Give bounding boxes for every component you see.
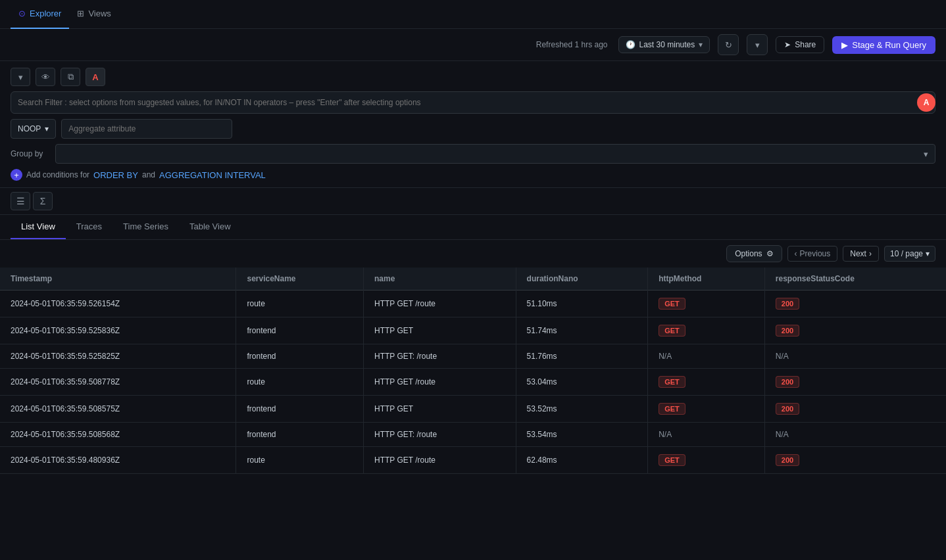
- share-icon: ➤: [784, 40, 791, 49]
- time-selector[interactable]: 🕐 Last 30 minutes ▾: [618, 36, 710, 53]
- per-page-label: 10 / page: [890, 249, 923, 258]
- group-by-chevron: ▾: [924, 149, 928, 159]
- cell-response-status: N/A: [764, 344, 946, 369]
- col-duration-nano: durationNano: [516, 268, 648, 291]
- cell-http-method: GET: [648, 291, 765, 317]
- cell-http-method: GET: [648, 369, 765, 396]
- chevron-down-icon-collapse: ▾: [18, 72, 23, 82]
- aggregate-input[interactable]: [61, 119, 232, 139]
- http-method-badge: GET: [659, 454, 685, 466]
- options-button[interactable]: Options ⚙: [726, 245, 782, 262]
- view-tabs: List View Traces Time Series Table View: [0, 215, 946, 240]
- cell-response-status: 200: [764, 369, 946, 396]
- refresh-icon: ↻: [725, 40, 732, 50]
- per-page-chevron: ▾: [926, 249, 930, 258]
- cell-http-method: GET: [648, 447, 765, 474]
- table-row[interactable]: 2024-05-01T06:35:59.525836Z frontend HTT…: [0, 317, 946, 344]
- data-table: Timestamp serviceName name durationNano …: [0, 268, 946, 474]
- cell-response-status: 200: [764, 396, 946, 423]
- group-by-select[interactable]: ▾: [55, 144, 935, 164]
- eye-button[interactable]: 👁: [36, 68, 55, 86]
- tab-time-series[interactable]: Time Series: [112, 215, 179, 239]
- filter-row: NOOP ▾: [11, 119, 935, 139]
- http-method-badge: GET: [659, 325, 685, 337]
- tab-traces[interactable]: Traces: [66, 215, 112, 239]
- http-method-badge: GET: [659, 403, 685, 415]
- cell-response-status: 200: [764, 447, 946, 474]
- bottom-toolbar: ☰ Σ: [0, 188, 946, 215]
- cell-name: HTTP GET: [363, 396, 516, 423]
- table-row[interactable]: 2024-05-01T06:35:59.480936Z route HTTP G…: [0, 447, 946, 474]
- cell-http-method: N/A: [648, 423, 765, 447]
- noop-select[interactable]: NOOP ▾: [11, 119, 56, 139]
- tab-list-view-label: List View: [21, 222, 55, 231]
- avatar-builder-button[interactable]: A: [86, 68, 105, 86]
- sigma-icon: Σ: [40, 196, 46, 206]
- table-row[interactable]: 2024-05-01T06:35:59.508778Z route HTTP G…: [0, 369, 946, 396]
- views-icon: ⊞: [77, 9, 84, 18]
- share-label: Share: [795, 40, 816, 49]
- table-row[interactable]: 2024-05-01T06:35:59.508575Z frontend HTT…: [0, 396, 946, 423]
- tab-list-view[interactable]: List View: [11, 215, 66, 239]
- refresh-button[interactable]: ↻: [718, 34, 739, 55]
- order-by-link[interactable]: ORDER BY: [93, 170, 138, 180]
- conditions-row: + Add conditions for ORDER BY and AGGREG…: [11, 169, 935, 181]
- cell-http-method: GET: [648, 317, 765, 344]
- per-page-select[interactable]: 10 / page ▾: [884, 246, 935, 262]
- table-row[interactable]: 2024-05-01T06:35:59.508568Z frontend HTT…: [0, 423, 946, 447]
- search-filter-input[interactable]: [18, 98, 924, 107]
- search-filter-row[interactable]: ▾: [11, 91, 935, 114]
- noop-chevron: ▾: [45, 124, 49, 133]
- copy-button[interactable]: ⧉: [61, 68, 80, 86]
- refresh-options-button[interactable]: ▾: [747, 34, 768, 55]
- group-by-label: Group by: [11, 149, 50, 158]
- cell-duration: 51.76ms: [516, 344, 648, 369]
- noop-label: NOOP: [18, 124, 41, 133]
- table-header-row: Timestamp serviceName name durationNano …: [0, 268, 946, 291]
- avatar-label-top: A: [924, 98, 930, 107]
- cell-duration: 53.54ms: [516, 423, 648, 447]
- cell-service-name: route: [236, 369, 363, 396]
- cell-http-method: GET: [648, 396, 765, 423]
- response-status-na: N/A: [776, 430, 789, 439]
- cell-timestamp: 2024-05-01T06:35:59.508568Z: [0, 423, 236, 447]
- list-view-button[interactable]: ☰: [11, 192, 30, 210]
- cell-service-name: route: [236, 291, 363, 317]
- aggregation-link[interactable]: AGGREGATION INTERVAL: [159, 170, 266, 180]
- chevron-left-icon: ‹: [795, 249, 797, 258]
- copy-icon: ⧉: [68, 72, 74, 82]
- cell-service-name: frontend: [236, 396, 363, 423]
- cell-timestamp: 2024-05-01T06:35:59.526154Z: [0, 291, 236, 317]
- options-label: Options: [735, 249, 762, 258]
- response-status-badge: 200: [776, 325, 799, 337]
- table-row[interactable]: 2024-05-01T06:35:59.526154Z route HTTP G…: [0, 291, 946, 317]
- collapse-button[interactable]: ▾: [11, 68, 30, 86]
- nav-tab-explorer[interactable]: ⊙ Explorer: [11, 0, 69, 29]
- cell-duration: 53.52ms: [516, 396, 648, 423]
- header-bar: Refreshed 1 hrs ago 🕐 Last 30 minutes ▾ …: [0, 29, 946, 61]
- previous-label: Previous: [800, 249, 831, 258]
- cell-name: HTTP GET: /route: [363, 423, 516, 447]
- stage-run-button[interactable]: ▶ Stage & Run Query: [832, 36, 935, 54]
- table-body: 2024-05-01T06:35:59.526154Z route HTTP G…: [0, 291, 946, 474]
- add-conditions-button[interactable]: +: [11, 169, 22, 181]
- share-button[interactable]: ➤ Share: [776, 36, 824, 53]
- next-button[interactable]: Next ›: [843, 246, 879, 262]
- avatar-top-right[interactable]: A: [917, 93, 935, 112]
- cell-name: HTTP GET /route: [363, 447, 516, 474]
- table-row[interactable]: 2024-05-01T06:35:59.525825Z frontend HTT…: [0, 344, 946, 369]
- explorer-icon: ⊙: [18, 9, 26, 18]
- http-method-na: N/A: [659, 352, 672, 361]
- cell-timestamp: 2024-05-01T06:35:59.508575Z: [0, 396, 236, 423]
- nav-tab-views[interactable]: ⊞ Views: [69, 0, 118, 29]
- play-icon: ▶: [841, 40, 848, 50]
- cell-name: HTTP GET /route: [363, 369, 516, 396]
- col-timestamp: Timestamp: [0, 268, 236, 291]
- sigma-button[interactable]: Σ: [33, 192, 53, 210]
- tab-time-series-label: Time Series: [123, 222, 168, 231]
- cell-duration: 51.10ms: [516, 291, 648, 317]
- tab-table-view[interactable]: Table View: [179, 215, 241, 239]
- conditions-text: Add conditions for: [26, 170, 89, 179]
- cell-name: HTTP GET: /route: [363, 344, 516, 369]
- previous-button[interactable]: ‹ Previous: [787, 246, 838, 262]
